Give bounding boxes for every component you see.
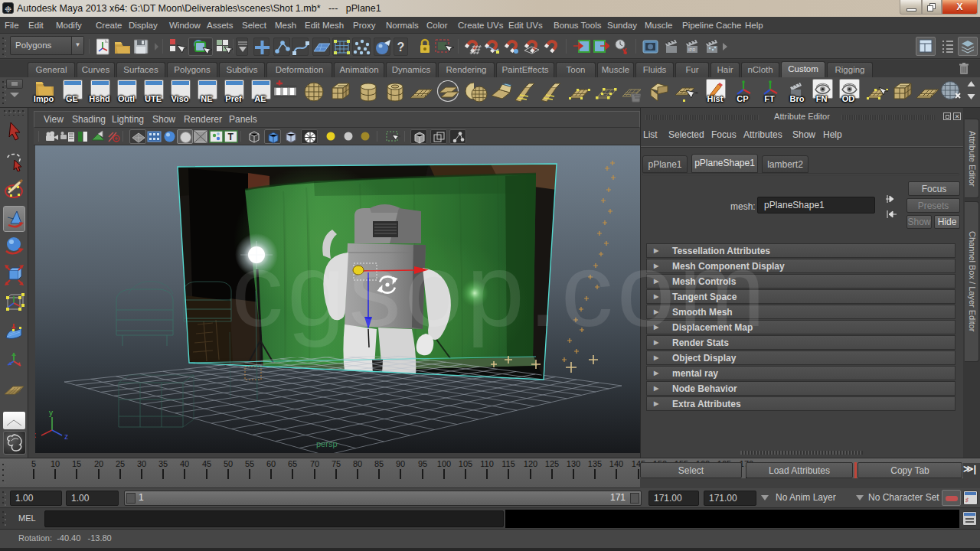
- svg-text:persp: persp: [316, 439, 338, 448]
- svg-text:x: x: [35, 431, 36, 439]
- svg-text:IPR: IPR: [688, 47, 695, 52]
- svg-text:z: z: [64, 432, 68, 441]
- svg-text:T: T: [228, 132, 234, 142]
- svg-text:y: y: [49, 409, 53, 417]
